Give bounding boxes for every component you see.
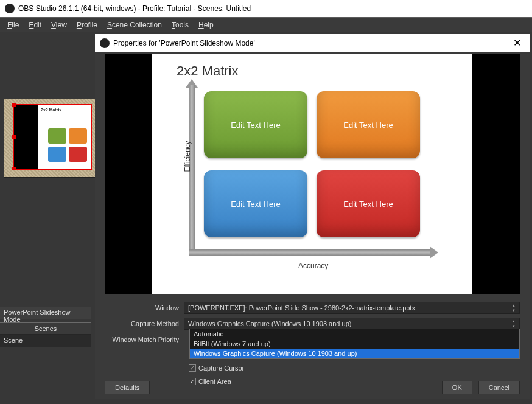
slide-title: 2x2 Matrix: [177, 63, 460, 79]
menu-scene-collection[interactable]: Scene Collection: [102, 19, 167, 30]
spinner-icon[interactable]: ▴▾: [509, 303, 518, 313]
defaults-button[interactable]: Defaults: [105, 381, 150, 394]
x-axis-label: Accuracy: [298, 262, 328, 270]
quadrant-bottom-right: Edit Text Here: [317, 170, 420, 237]
spinner-icon[interactable]: ▴▾: [509, 319, 518, 329]
menu-profile[interactable]: Profile: [72, 19, 102, 30]
scene-preview[interactable]: 2x2 Matrix: [4, 99, 102, 178]
menu-tools[interactable]: Tools: [167, 19, 194, 30]
menu-edit[interactable]: Edit: [24, 19, 46, 30]
obs-logo-icon: [100, 38, 110, 48]
source-preview: 2x2 Matrix Efficiency Accuracy Edit Text…: [105, 54, 520, 294]
app-titlebar: OBS Studio 26.1.1 (64-bit, windows) - Pr…: [0, 0, 532, 17]
dialog-button-bar: Defaults OK Cancel: [105, 381, 520, 394]
dialog-title: Properties for 'PowerPoint Slideshow Mod…: [113, 39, 255, 47]
dropdown-option-bitblt[interactable]: BitBlt (Windows 7 and up): [190, 339, 519, 349]
slide-content: 2x2 Matrix Efficiency Accuracy Edit Text…: [152, 54, 472, 294]
window-field-label: Window: [105, 304, 184, 312]
quadrant-bottom-left: Edit Text Here: [204, 170, 307, 237]
window-match-label: Window Match Priority: [105, 336, 184, 343]
dropdown-option-wgc[interactable]: Windows Graphics Capture (Windows 10 190…: [190, 349, 519, 358]
close-icon[interactable]: ✕: [509, 37, 525, 49]
ok-button[interactable]: OK: [442, 381, 472, 394]
capture-cursor-checkbox[interactable]: ✓: [189, 364, 196, 372]
menu-help[interactable]: Help: [194, 19, 219, 30]
dialog-titlebar[interactable]: Properties for 'PowerPoint Slideshow Mod…: [95, 34, 530, 52]
menu-view[interactable]: View: [46, 19, 72, 30]
mini-title: 2x2 Matrix: [41, 108, 88, 112]
capture-method-label: Capture Method: [105, 320, 184, 327]
obs-logo-icon: [5, 4, 15, 13]
app-title: OBS Studio 26.1.1 (64-bit, windows) - Pr…: [18, 4, 251, 13]
y-axis-label: Efficiency: [183, 141, 192, 172]
window-select[interactable]: [POWERPNT.EXE]: PowerPoint Slide Show - …: [184, 302, 520, 314]
scene-item[interactable]: Scene: [0, 335, 91, 347]
quadrant-top-right: Edit Text Here: [317, 91, 420, 158]
main-area: 2x2 Matrix PowerPoint Slideshow Mode Sce…: [0, 32, 532, 404]
menu-file[interactable]: File: [2, 19, 24, 30]
menu-bar: File Edit View Profile Scene Collection …: [0, 17, 532, 32]
scenes-header: Scenes: [0, 322, 91, 335]
x-axis-arrow-icon: [430, 246, 438, 259]
x-axis: [189, 249, 432, 256]
capture-method-dropdown[interactable]: Automatic BitBlt (Windows 7 and up) Wind…: [189, 329, 520, 359]
source-item[interactable]: PowerPoint Slideshow Mode: [0, 307, 91, 319]
preview-source-bounds[interactable]: 2x2 Matrix: [13, 104, 92, 170]
quadrant-top-left: Edit Text Here: [204, 91, 307, 158]
properties-dialog: Properties for 'PowerPoint Slideshow Mod…: [95, 34, 530, 399]
matrix-chart: Efficiency Accuracy Edit Text Here Edit …: [177, 85, 444, 274]
capture-method-select[interactable]: Windows Graphics Capture (Windows 10 190…: [184, 318, 520, 330]
capture-cursor-label: Capture Cursor: [198, 364, 244, 372]
cancel-button[interactable]: Cancel: [478, 381, 520, 394]
dropdown-option-automatic[interactable]: Automatic: [190, 329, 519, 339]
